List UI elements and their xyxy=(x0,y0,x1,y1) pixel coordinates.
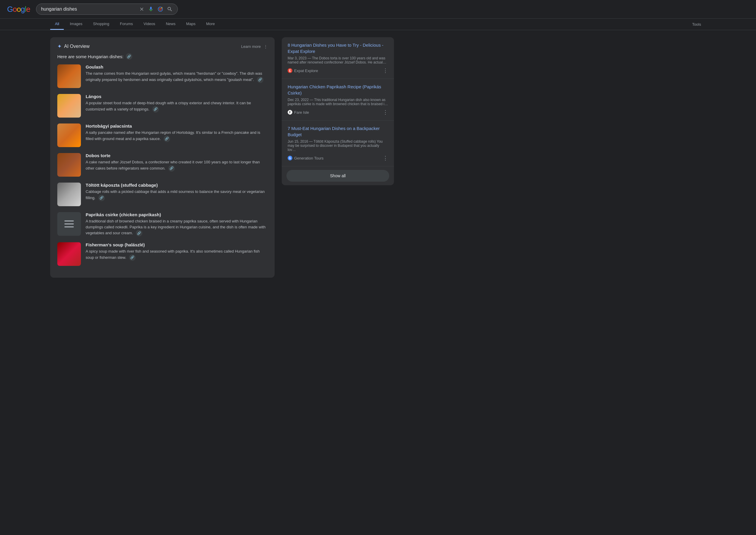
placeholder-icon xyxy=(63,217,76,230)
dish-desc-paprikas: A traditional dish of browned chicken br… xyxy=(86,218,268,236)
dish-desc-hortobagyi: A salty pancake named after the Hungaria… xyxy=(86,130,268,142)
result-title-3[interactable]: 7 Must-Eat Hungarian Dishes on a Backpac… xyxy=(288,125,388,138)
result-title-1[interactable]: 8 Hungarian Dishes you Have to Try - Del… xyxy=(288,42,388,54)
dish-name-toltott: Töltött káposzta (stuffed cabbage) xyxy=(86,183,268,187)
source-name-1: Expat Explore xyxy=(294,69,318,73)
dish-thumb-langos xyxy=(57,94,81,118)
ai-overview-title: ✦ AI Overview xyxy=(57,43,90,50)
tab-forums[interactable]: Forums xyxy=(115,18,138,30)
result-footer-3: G Generation Tours ⋮ xyxy=(288,155,388,161)
voice-search-button[interactable] xyxy=(148,6,154,12)
hortobagyi-link-icon[interactable]: 🔗 xyxy=(164,136,170,142)
dish-desc-goulash: The name comes from the Hungarian word g… xyxy=(86,70,268,83)
result-item-1: 8 Hungarian Dishes you Have to Try - Del… xyxy=(282,37,394,79)
ai-overview-header: ✦ AI Overview Learn more ⋮ xyxy=(57,43,268,50)
result-footer-1: E Expat Explore ⋮ xyxy=(288,67,388,74)
result-source-1: E Expat Explore xyxy=(288,68,318,73)
show-all-button[interactable]: Show all xyxy=(286,170,389,182)
dish-thumb-fisherman xyxy=(57,242,81,266)
dish-desc-fisherman: A spicy soup made with river fish and se… xyxy=(86,248,268,261)
tab-more[interactable]: More xyxy=(202,18,220,30)
dish-item-paprikas: Paprikás csirke (chicken paprikash) A tr… xyxy=(57,212,268,236)
source-name-3: Generation Tours xyxy=(294,156,324,160)
tab-maps[interactable]: Maps xyxy=(181,18,200,30)
dobos-link-icon[interactable]: 🔗 xyxy=(168,165,175,172)
favicon-gen: G xyxy=(288,156,292,160)
main-content: ✦ AI Overview Learn more ⋮ Here are some… xyxy=(0,30,756,291)
tab-images[interactable]: Images xyxy=(65,18,87,30)
result-more-button-1[interactable]: ⋮ xyxy=(383,67,388,74)
source-name-2: Fare Isle xyxy=(294,110,309,115)
dish-name-hortobagyi: Hortobágyi palacsinta xyxy=(86,124,268,128)
clear-button[interactable] xyxy=(139,7,145,12)
dish-info-goulash: Goulash The name comes from the Hungaria… xyxy=(86,64,268,83)
dish-item-goulash: Goulash The name comes from the Hungaria… xyxy=(57,64,268,88)
dish-info-hortobagyi: Hortobágyi palacsinta A salty pancake na… xyxy=(86,124,268,142)
dish-thumb-hortobagyi xyxy=(57,124,81,147)
result-item-2: Hungarian Chicken Paprikash Recipe (Papr… xyxy=(282,79,394,121)
result-source-3: G Generation Tours xyxy=(288,156,324,160)
dish-desc-dobos: A cake named after József Dobos, a confe… xyxy=(86,159,268,172)
dish-thumb-toltott xyxy=(57,183,81,206)
dish-item-hortobagyi: Hortobágyi palacsinta A salty pancake na… xyxy=(57,124,268,147)
heading-link-icon[interactable]: 🔗 xyxy=(126,53,132,60)
ai-overview-more-button[interactable]: ⋮ xyxy=(264,44,268,49)
dish-info-paprikas: Paprikás csirke (chicken paprikash) A tr… xyxy=(86,212,268,236)
fisherman-link-icon[interactable]: 🔗 xyxy=(129,254,136,261)
result-date-1: Mar 3, 2023 — The Dobos torta is over 10… xyxy=(288,56,388,64)
result-date-2: Dec 23, 2022 — This traditional Hungaria… xyxy=(288,98,388,106)
dish-info-dobos: Dobos torte A cake named after József Do… xyxy=(86,153,268,172)
ai-overview: ✦ AI Overview Learn more ⋮ Here are some… xyxy=(50,37,275,278)
dish-name-dobos: Dobos torte xyxy=(86,153,268,158)
search-bar-icons xyxy=(139,6,173,12)
google-logo: Google xyxy=(7,5,30,14)
dish-info-fisherman: Fisherman's soup (halászlé) A spicy soup… xyxy=(86,242,268,261)
dish-thumb-paprikas xyxy=(57,212,81,236)
dish-name-fisherman: Fisherman's soup (halászlé) xyxy=(86,242,268,247)
tab-news[interactable]: News xyxy=(161,18,180,30)
search-results-card: 8 Hungarian Dishes you Have to Try - Del… xyxy=(282,37,394,185)
ai-overview-label: AI Overview xyxy=(64,44,90,49)
result-source-2: F Fare Isle xyxy=(288,110,309,115)
lens-button[interactable] xyxy=(157,6,163,12)
result-title-2[interactable]: Hungarian Chicken Paprikash Recipe (Papr… xyxy=(288,84,388,96)
dishes-heading: Here are some Hungarian dishes: 🔗 xyxy=(57,53,268,60)
favicon-expat: E xyxy=(288,68,292,73)
search-input[interactable] xyxy=(41,7,136,12)
left-panel: ✦ AI Overview Learn more ⋮ Here are some… xyxy=(50,37,275,284)
result-date-3: Jun 15, 2016 — Töltött Káposzta (Stuffed… xyxy=(288,139,388,152)
dish-name-langos: Lángos xyxy=(86,94,268,99)
favicon-fare: F xyxy=(288,110,292,115)
paprikas-link-icon[interactable]: 🔗 xyxy=(136,230,142,236)
tools-button[interactable]: Tools xyxy=(688,19,706,30)
result-item-3: 7 Must-Eat Hungarian Dishes on a Backpac… xyxy=(282,121,394,166)
right-panel: 8 Hungarian Dishes you Have to Try - Del… xyxy=(282,37,394,185)
dish-info-langos: Lángos A popular street food made of dee… xyxy=(86,94,268,113)
dish-thumb-dobos xyxy=(57,153,81,177)
ai-star-icon: ✦ xyxy=(57,43,62,50)
learn-more-button[interactable]: Learn more xyxy=(241,44,261,49)
search-submit-button[interactable] xyxy=(167,6,173,12)
dish-info-toltott: Töltött káposzta (stuffed cabbage) Cabba… xyxy=(86,183,268,201)
search-bar xyxy=(36,4,178,15)
goulash-link-icon[interactable]: 🔗 xyxy=(257,76,263,83)
toltott-link-icon[interactable]: 🔗 xyxy=(98,195,105,201)
header: Google xyxy=(0,0,756,18)
dish-item-fisherman: Fisherman's soup (halászlé) A spicy soup… xyxy=(57,242,268,266)
dish-desc-toltott: Cabbage rolls with a pickled cabbage tha… xyxy=(86,189,268,201)
nav-tabs: All Images Shopping Forums Videos News M… xyxy=(0,18,756,30)
dish-item-toltott: Töltött káposzta (stuffed cabbage) Cabba… xyxy=(57,183,268,206)
tab-all[interactable]: All xyxy=(50,18,64,30)
tab-videos[interactable]: Videos xyxy=(139,18,160,30)
dish-thumb-goulash xyxy=(57,64,81,88)
result-more-button-2[interactable]: ⋮ xyxy=(383,109,388,116)
ai-overview-actions: Learn more ⋮ xyxy=(241,44,268,49)
result-more-button-3[interactable]: ⋮ xyxy=(383,155,388,161)
tab-shopping[interactable]: Shopping xyxy=(88,18,114,30)
langos-link-icon[interactable]: 🔗 xyxy=(152,106,159,113)
dish-item-dobos: Dobos torte A cake named after József Do… xyxy=(57,153,268,177)
dish-desc-langos: A popular street food made of deep-fried… xyxy=(86,100,268,113)
dish-item-langos: Lángos A popular street food made of dee… xyxy=(57,94,268,118)
dish-name-goulash: Goulash xyxy=(86,64,268,70)
dish-name-paprikas: Paprikás csirke (chicken paprikash) xyxy=(86,212,268,217)
